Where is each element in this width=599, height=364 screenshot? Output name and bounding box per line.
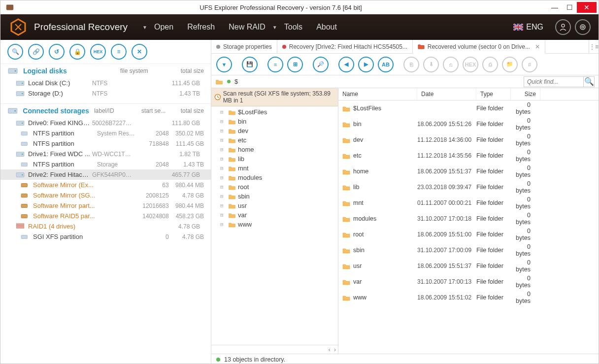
tree-folder[interactable]: ⊞ sbin — [211, 192, 338, 201]
scan-result-header[interactable]: Scan result (SGI XFS file system; 353.89… — [211, 88, 338, 106]
tool-list[interactable]: ≡ — [111, 44, 127, 60]
tab-menu-button[interactable]: ⋮≡ — [589, 40, 599, 53]
toolbar-button-5[interactable]: ◀ — [338, 57, 354, 72]
storage-row[interactable]: Drive1: Fixed WDC ... WD-WCC1T0... 1.82 … — [0, 149, 211, 159]
tree-folder[interactable]: ⊞ home — [211, 145, 338, 154]
expand-icon[interactable]: ⊞ — [220, 202, 226, 209]
tab-label: Storage properties — [223, 43, 272, 50]
toolbar-button-4[interactable]: 🔎 — [313, 57, 329, 72]
file-row[interactable]: root 18.06.2009 15:51:00 File folder 0 b… — [338, 227, 599, 242]
toolbar-button-3[interactable]: ⊞ — [287, 57, 303, 72]
expand-icon[interactable]: ⊞ — [220, 118, 226, 125]
file-row[interactable]: bin 18.06.2009 15:51:26 File folder 0 by… — [338, 116, 599, 132]
storage-row[interactable]: Software Mirror part... 12016683 980.44 … — [0, 200, 211, 211]
col-size[interactable]: Size — [511, 88, 540, 100]
tree-folder[interactable]: ⊞ www — [211, 220, 338, 229]
tool-search[interactable]: 🔍 — [7, 44, 23, 60]
expand-icon[interactable]: ⊞ — [220, 212, 226, 218]
logical-disk-row[interactable]: Storage (D:) NTFS 1.43 TB — [0, 88, 211, 99]
toolbar-button-7[interactable]: AB — [378, 57, 394, 72]
close-button[interactable]: ✕ — [577, 2, 597, 13]
user-button[interactable] — [555, 19, 571, 35]
file-row[interactable]: lib 23.03.2018 09:39:47 File folder 0 by… — [338, 179, 599, 195]
tree-folder[interactable]: ⊞ bin — [211, 117, 338, 126]
file-row[interactable]: etc 11.12.2018 14:35:56 File folder 0 by… — [338, 148, 599, 164]
toolbar-button-0[interactable]: ▼ — [216, 57, 232, 72]
storage-row[interactable]: NTFS partition System Reser... 2048 350.… — [0, 128, 211, 138]
storage-row[interactable]: Software Mirror (Ex... 63 980.44 MB — [0, 180, 211, 190]
file-row[interactable]: usr 18.06.2009 15:51:37 File folder 0 by… — [338, 258, 599, 274]
expand-icon[interactable]: ⊞ — [220, 109, 226, 115]
tree-scroll[interactable]: ‹ › — [211, 345, 338, 354]
tree-folder[interactable]: ⊞ $LostFiles — [211, 107, 338, 117]
settings-button[interactable] — [575, 19, 591, 35]
language-selector[interactable]: ENG — [513, 23, 543, 32]
file-row[interactable]: home 18.06.2009 15:51:37 File folder 0 b… — [338, 164, 599, 179]
tool-link[interactable]: 🔗 — [28, 44, 44, 60]
expand-icon[interactable]: ⊞ — [220, 193, 226, 199]
expand-icon[interactable]: ⊞ — [220, 137, 226, 143]
search-icon: 🔍 — [584, 77, 594, 86]
storage-row[interactable]: NTFS partition Storage 2048 1.43 TB — [0, 159, 211, 169]
storage-row[interactable]: Software RAID5 par... 14024808 458.23 GB — [0, 211, 211, 221]
tab[interactable]: Recovered volume (sector 0 on Drive... ✕ — [413, 40, 545, 54]
tabs: Storage properties Recovery [Drive2: Fix… — [211, 40, 599, 54]
tree-folder[interactable]: ⊞ usr — [211, 201, 338, 210]
quickfind-input[interactable] — [524, 77, 583, 86]
storage-row[interactable]: NTFS partition 718848 111.45 GB — [0, 138, 211, 149]
expand-icon[interactable]: ⊞ — [220, 128, 226, 134]
expand-icon[interactable]: ⊞ — [220, 156, 226, 162]
col-type[interactable]: Type — [476, 88, 511, 100]
file-row[interactable]: sbin 31.10.2007 17:00:09 File folder 0 b… — [338, 242, 599, 258]
tree-folder[interactable]: ⊞ dev — [211, 126, 338, 135]
file-row[interactable]: var 31.10.2007 17:00:13 File folder 0 by… — [338, 274, 599, 290]
menu-open[interactable]: Open — [154, 23, 173, 32]
file-row[interactable]: $LostFiles File folder 0 bytes — [338, 100, 599, 116]
storage-row[interactable]: Software Mirror (SG... 2008125 4.78 GB — [0, 190, 211, 200]
file-row[interactable]: www 18.06.2009 15:51:02 File folder 0 by… — [338, 290, 599, 305]
expand-icon[interactable]: ⊞ — [220, 146, 226, 153]
maximize-button[interactable]: ☐ — [562, 2, 577, 13]
tree-folder[interactable]: ⊞ root — [211, 182, 338, 192]
logical-disk-row[interactable]: Local Disk (C:) NTFS 111.45 GB — [0, 78, 211, 88]
tab[interactable]: Storage properties — [211, 40, 277, 53]
tool-refresh[interactable]: ↺ — [49, 44, 65, 60]
toolbar-button-6[interactable]: ▶ — [358, 57, 374, 72]
file-row[interactable]: dev 11.12.2018 14:36:00 File folder 0 by… — [338, 132, 599, 148]
storage-icon — [15, 223, 25, 230]
expand-icon[interactable]: ⊞ — [220, 184, 226, 190]
col-name[interactable]: Name — [338, 88, 417, 100]
col-date[interactable]: Date — [417, 88, 476, 100]
tree-folder[interactable]: ⊞ modules — [211, 173, 338, 182]
storage-row[interactable]: SGI XFS partition 0 4.78 GB — [0, 232, 211, 242]
quickfind-search-button[interactable]: 🔍 — [583, 77, 594, 87]
tab-close-icon[interactable]: ✕ — [535, 43, 540, 50]
toolbar-button-2[interactable]: ≡ — [267, 57, 283, 72]
file-row[interactable]: mnt 01.11.2007 00:00:21 File folder 0 by… — [338, 195, 599, 211]
toolbar-button-1[interactable]: 💾 — [242, 57, 258, 72]
tool-hex[interactable]: HEX — [90, 44, 106, 60]
expand-icon[interactable]: ⊞ — [220, 221, 226, 228]
menu-about[interactable]: About — [316, 23, 337, 32]
tool-lock[interactable]: 🔒 — [69, 44, 85, 60]
tree-folder[interactable]: ⊞ lib — [211, 154, 338, 164]
tree-folder[interactable]: ⊞ etc — [211, 135, 338, 145]
file-row[interactable]: modules 31.10.2007 17:00:18 File folder … — [338, 211, 599, 227]
menu-refresh[interactable]: Refresh — [187, 23, 215, 32]
menu-new-raid[interactable]: New RAID — [229, 23, 266, 32]
expand-icon[interactable]: ⊞ — [220, 174, 226, 181]
storage-icon — [15, 120, 25, 127]
menu-tools[interactable]: Tools — [284, 23, 302, 32]
scroll-right-icon[interactable]: › — [334, 346, 336, 353]
tree-folder[interactable]: ⊞ var — [211, 210, 338, 220]
tab[interactable]: Recovery [Drive2: Fixed Hitachi HCS54505… — [277, 40, 413, 53]
storage-row[interactable]: Drive0: Fixed KINGS... 50026B72270... 11… — [0, 118, 211, 128]
expand-icon[interactable]: ⊞ — [220, 165, 226, 171]
storage-row[interactable]: Drive2: Fixed Hitachi... GFK544RP0D... 4… — [0, 169, 211, 180]
caret-icon: ▼ — [272, 25, 277, 30]
storage-row[interactable]: RAID1 (4 drives) 4.78 GB — [0, 221, 211, 232]
scroll-left-icon[interactable]: ‹ — [329, 346, 331, 353]
tree-folder[interactable]: ⊞ mnt — [211, 164, 338, 173]
tool-close[interactable]: ✕ — [132, 44, 147, 60]
minimize-button[interactable]: — — [547, 2, 562, 13]
